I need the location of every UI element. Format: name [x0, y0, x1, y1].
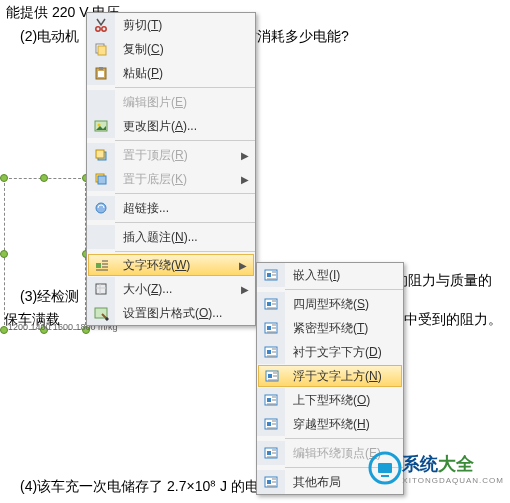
selection-handle[interactable] — [40, 174, 48, 182]
copy-icon — [87, 37, 115, 61]
menu-separator — [115, 251, 255, 252]
menu-item-label: 文字环绕(W) — [115, 257, 239, 274]
submenu-arrow-icon: ▶ — [239, 260, 253, 271]
menu-item-label: 上下型环绕(O) — [285, 392, 403, 409]
svg-rect-34 — [267, 480, 271, 484]
menu1-item[interactable]: 超链接... — [87, 196, 255, 220]
menu-item-label: 复制(C) — [115, 41, 255, 58]
menu-item-label: 超链接... — [115, 200, 255, 217]
menu-item-label: 浮于文字上方(N) — [285, 368, 401, 385]
image-selection-box[interactable] — [4, 178, 86, 330]
format-icon — [87, 301, 115, 325]
blank-icon — [87, 90, 115, 114]
menu-item-label: 紧密型环绕(T) — [285, 320, 403, 337]
svg-rect-30 — [267, 422, 271, 426]
menu1-item[interactable]: 复制(C) — [87, 37, 255, 61]
w-icon — [257, 340, 285, 364]
submenu-arrow-icon: ▶ — [241, 174, 255, 185]
logo-text-2: 大全 — [438, 454, 474, 474]
w-icon — [257, 292, 285, 316]
doc-line-2b: 时消耗多少电能? — [243, 28, 349, 46]
change-icon — [87, 114, 115, 138]
front-icon — [87, 143, 115, 167]
back-icon — [87, 167, 115, 191]
menu2-item[interactable]: 紧密型环绕(T) — [257, 316, 403, 340]
svg-rect-32 — [267, 451, 271, 455]
menu1-item[interactable]: 粘贴(P) — [87, 61, 255, 85]
menu-item-label: 插入题注(N)... — [115, 229, 255, 246]
svg-rect-12 — [98, 176, 106, 184]
menu-separator — [115, 193, 255, 194]
selection-handle[interactable] — [0, 326, 8, 334]
svg-rect-28 — [267, 398, 271, 402]
menu-item-label: 衬于文字下方(D) — [285, 344, 403, 361]
cut-icon — [87, 13, 115, 37]
menu1-item[interactable]: 文字环绕(W)▶ — [88, 254, 254, 276]
menu-item-label: 粘贴(P) — [115, 65, 255, 82]
menu-item-label: 置于顶层(R) — [115, 147, 241, 164]
w-icon — [257, 412, 285, 436]
svg-rect-22 — [267, 326, 271, 330]
menu2-item[interactable]: 穿越型环绕(H) — [257, 412, 403, 436]
svg-rect-37 — [381, 475, 389, 477]
menu-item-label: 置于底层(K) — [115, 171, 241, 188]
submenu-arrow-icon: ▶ — [241, 150, 255, 161]
svg-rect-20 — [267, 302, 271, 306]
menu-item-label: 大小(Z)... — [115, 281, 241, 298]
menu-item-label: 剪切(T) — [115, 17, 255, 34]
submenu-arrow-icon: ▶ — [241, 284, 255, 295]
menu-item-label: 嵌入型(I) — [285, 267, 403, 284]
menu-separator — [115, 87, 255, 88]
doc-line-3b: 的阻力与质量的 — [394, 272, 492, 290]
wrap-icon — [89, 253, 115, 277]
menu1-item[interactable]: 剪切(T) — [87, 13, 255, 37]
logo-subtext: XITONGDAQUAN.COM — [402, 476, 504, 485]
paste-icon — [87, 61, 115, 85]
menu-item-label: 编辑图片(E) — [115, 94, 255, 111]
watermark-logo: 系统大全 XITONGDAQUAN.COM — [368, 451, 504, 485]
svg-rect-18 — [267, 273, 271, 277]
svg-rect-14 — [96, 263, 101, 268]
menu2-item[interactable]: 衬于文字下方(D) — [257, 340, 403, 364]
menu2-item[interactable]: 四周型环绕(S) — [257, 292, 403, 316]
svg-point-1 — [102, 27, 106, 31]
menu1-item[interactable]: 设置图片格式(O)... — [87, 301, 255, 325]
menu1-item[interactable]: 大小(Z)...▶ — [87, 277, 255, 301]
doc-line-2a: (2)电动机 — [20, 28, 79, 46]
svg-rect-24 — [267, 350, 271, 354]
logo-icon — [368, 451, 402, 485]
menu2-item[interactable]: 上下型环绕(O) — [257, 388, 403, 412]
w-icon — [257, 388, 285, 412]
svg-rect-5 — [99, 67, 103, 70]
w-icon — [257, 263, 285, 287]
w-icon — [257, 470, 285, 494]
doc-line-5: (4)该车充一次电储存了 2.7×10⁸ J 的电能 — [20, 478, 273, 496]
context-menu: 剪切(T)复制(C)粘贴(P)编辑图片(E)更改图片(A)...置于顶层(R)▶… — [86, 12, 256, 326]
menu1-item: 置于顶层(R)▶ — [87, 143, 255, 167]
menu-item-label: 设置图片格式(O)... — [115, 305, 255, 322]
logo-text-1: 系统 — [402, 454, 438, 474]
menu-item-label: 更改图片(A)... — [115, 118, 255, 135]
size-icon — [87, 277, 115, 301]
menu1-item: 编辑图片(E) — [87, 90, 255, 114]
menu1-item[interactable]: 更改图片(A)... — [87, 114, 255, 138]
w-icon — [257, 441, 285, 465]
blank-icon — [87, 225, 115, 249]
menu-separator — [115, 222, 255, 223]
svg-rect-10 — [96, 150, 104, 158]
menu1-item: 置于底层(K)▶ — [87, 167, 255, 191]
svg-rect-26 — [268, 374, 272, 378]
menu-separator — [285, 438, 403, 439]
svg-point-0 — [96, 27, 100, 31]
menu2-item[interactable]: 嵌入型(I) — [257, 263, 403, 287]
svg-rect-15 — [96, 284, 106, 294]
menu-item-label: 四周型环绕(S) — [285, 296, 403, 313]
menu-separator — [285, 289, 403, 290]
link-icon — [87, 196, 115, 220]
menu1-item[interactable]: 插入题注(N)... — [87, 225, 255, 249]
w-icon — [257, 316, 285, 340]
selection-handle[interactable] — [0, 250, 8, 258]
menu2-item[interactable]: 浮于文字上方(N) — [258, 365, 402, 387]
selection-handle[interactable] — [0, 174, 8, 182]
w-icon — [259, 364, 285, 388]
